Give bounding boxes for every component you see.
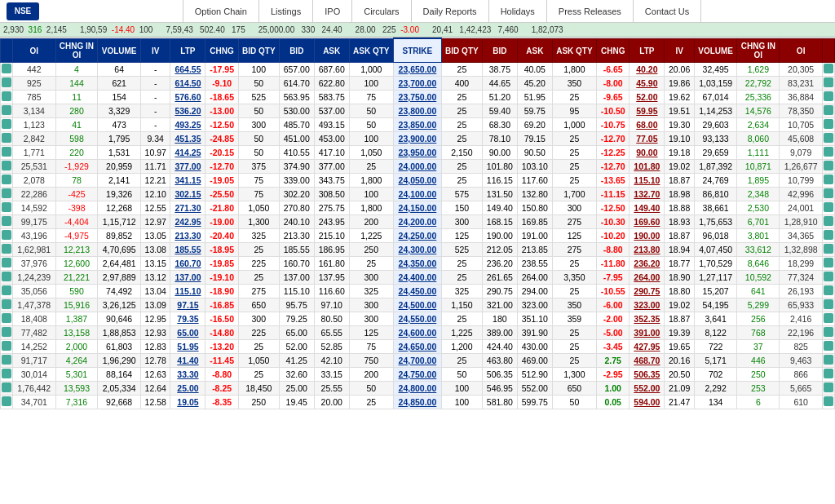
- calls-chart-icon[interactable]: [2, 272, 11, 281]
- puts-chart-icon[interactable]: [824, 230, 833, 240]
- puts-ltp[interactable]: 264.00: [630, 271, 665, 285]
- calls-ltp[interactable]: 79.35: [170, 312, 205, 326]
- strike-price[interactable]: 23,650.00: [393, 63, 441, 77]
- calls-ltp[interactable]: 302.15: [170, 188, 205, 201]
- strike-price[interactable]: 24,250.00: [393, 229, 441, 243]
- strike-price[interactable]: 24,550.00: [393, 312, 441, 326]
- calls-chart-icon[interactable]: [2, 382, 11, 392]
- calls-ltp[interactable]: 576.60: [170, 91, 205, 104]
- puts-chart-icon[interactable]: [824, 258, 833, 267]
- puts-ltp[interactable]: 68.00: [630, 118, 665, 132]
- calls-chart-icon[interactable]: [2, 355, 11, 365]
- calls-chart-icon[interactable]: [2, 175, 11, 184]
- puts-ltp[interactable]: 506.35: [630, 368, 665, 382]
- calls-chart-icon[interactable]: [2, 161, 11, 170]
- puts-chart-icon[interactable]: [824, 216, 833, 226]
- puts-chart-icon[interactable]: [824, 64, 833, 73]
- strike-price[interactable]: 24,700.00: [393, 354, 441, 368]
- strike-price[interactable]: 24,200.00: [393, 215, 441, 229]
- puts-chart-icon[interactable]: [824, 341, 833, 351]
- puts-ltp[interactable]: 236.20: [630, 257, 665, 271]
- calls-chart-icon[interactable]: [2, 188, 11, 198]
- strike-price[interactable]: 23,700.00: [393, 77, 441, 91]
- puts-ltp[interactable]: 90.00: [630, 146, 665, 160]
- puts-chart-icon[interactable]: [824, 188, 833, 198]
- puts-ltp[interactable]: 391.00: [630, 326, 665, 340]
- calls-ltp[interactable]: 51.95: [170, 340, 205, 354]
- calls-ltp[interactable]: 41.40: [170, 354, 205, 368]
- nav-listings[interactable]: Listings: [259, 0, 313, 23]
- calls-ltp[interactable]: 33.30: [170, 368, 205, 382]
- calls-chart-icon[interactable]: [2, 313, 11, 323]
- calls-chart-icon[interactable]: [2, 133, 11, 143]
- calls-chart-icon[interactable]: [2, 216, 11, 226]
- nav-ipo[interactable]: IPO: [313, 0, 352, 23]
- puts-chart-icon[interactable]: [824, 119, 833, 129]
- calls-ltp[interactable]: 242.95: [170, 215, 205, 229]
- calls-ltp[interactable]: 493.25: [170, 118, 205, 132]
- puts-ltp[interactable]: 290.75: [630, 285, 665, 298]
- puts-ltp[interactable]: 323.00: [630, 298, 665, 312]
- nav-daily-reports[interactable]: Daily Reports: [412, 0, 489, 23]
- puts-ltp[interactable]: 115.10: [630, 174, 665, 188]
- puts-ltp[interactable]: 59.95: [630, 104, 665, 118]
- calls-chart-icon[interactable]: [2, 105, 11, 115]
- strike-price[interactable]: 24,050.00: [393, 174, 441, 188]
- strike-price[interactable]: 24,450.00: [393, 285, 441, 298]
- calls-ltp[interactable]: 19.05: [170, 396, 205, 409]
- calls-chart-icon[interactable]: [2, 147, 11, 157]
- calls-chart-icon[interactable]: [2, 299, 11, 309]
- strike-price[interactable]: 23,750.00: [393, 91, 441, 104]
- puts-ltp[interactable]: 77.05: [630, 132, 665, 146]
- puts-ltp[interactable]: 352.35: [630, 312, 665, 326]
- calls-ltp[interactable]: 25.00: [170, 382, 205, 396]
- puts-chart-icon[interactable]: [824, 244, 833, 254]
- calls-chart-icon[interactable]: [2, 396, 11, 406]
- puts-chart-icon[interactable]: [824, 161, 833, 170]
- calls-chart-icon[interactable]: [2, 244, 11, 254]
- strike-price[interactable]: 23,950.00: [393, 146, 441, 160]
- puts-chart-icon[interactable]: [824, 355, 833, 365]
- puts-chart-icon[interactable]: [824, 175, 833, 184]
- calls-ltp[interactable]: 97.15: [170, 298, 205, 312]
- puts-ltp[interactable]: 45.90: [630, 77, 665, 91]
- calls-chart-icon[interactable]: [2, 230, 11, 240]
- strike-price[interactable]: 24,800.00: [393, 382, 441, 396]
- strike-price[interactable]: 24,100.00: [393, 188, 441, 201]
- puts-chart-icon[interactable]: [824, 285, 833, 295]
- puts-ltp[interactable]: 101.80: [630, 160, 665, 174]
- calls-ltp[interactable]: 341.15: [170, 174, 205, 188]
- calls-ltp[interactable]: 536.20: [170, 104, 205, 118]
- calls-chart-icon[interactable]: [2, 64, 11, 73]
- strike-price[interactable]: 24,300.00: [393, 243, 441, 257]
- calls-ltp[interactable]: 160.70: [170, 257, 205, 271]
- calls-chart-icon[interactable]: [2, 119, 11, 129]
- calls-chart-icon[interactable]: [2, 341, 11, 351]
- strike-price[interactable]: 23,850.00: [393, 118, 441, 132]
- strike-price[interactable]: 24,650.00: [393, 340, 441, 354]
- puts-chart-icon[interactable]: [824, 133, 833, 143]
- puts-ltp[interactable]: 190.00: [630, 229, 665, 243]
- puts-ltp[interactable]: 52.00: [630, 91, 665, 104]
- calls-chart-icon[interactable]: [2, 202, 11, 212]
- calls-ltp[interactable]: 115.10: [170, 285, 205, 298]
- nav-option-chain[interactable]: Option Chain: [183, 0, 259, 23]
- calls-ltp[interactable]: 614.50: [170, 77, 205, 91]
- puts-ltp[interactable]: 132.70: [630, 188, 665, 201]
- puts-ltp[interactable]: 40.20: [630, 63, 665, 77]
- puts-chart-icon[interactable]: [824, 147, 833, 157]
- calls-ltp[interactable]: 664.55: [170, 63, 205, 77]
- puts-ltp[interactable]: 427.95: [630, 340, 665, 354]
- calls-chart-icon[interactable]: [2, 285, 11, 295]
- calls-chart-icon[interactable]: [2, 258, 11, 267]
- nav-press-releases[interactable]: Press Releases: [547, 0, 634, 23]
- puts-chart-icon[interactable]: [824, 313, 833, 323]
- puts-ltp[interactable]: 213.80: [630, 243, 665, 257]
- puts-chart-icon[interactable]: [824, 91, 833, 101]
- calls-ltp[interactable]: 451.35: [170, 132, 205, 146]
- puts-chart-icon[interactable]: [824, 369, 833, 378]
- calls-ltp[interactable]: 185.55: [170, 243, 205, 257]
- strike-price[interactable]: 24,500.00: [393, 298, 441, 312]
- puts-chart-icon[interactable]: [824, 327, 833, 337]
- nav-circulars[interactable]: Circulars: [352, 0, 411, 23]
